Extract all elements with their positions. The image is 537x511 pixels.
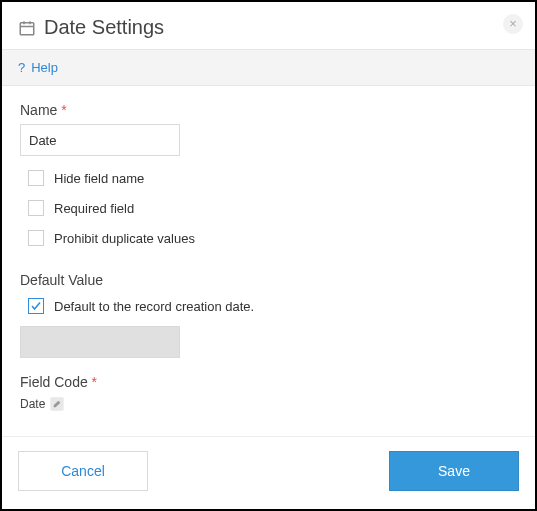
name-input[interactable] bbox=[20, 124, 180, 156]
help-bar: ?Help bbox=[2, 49, 535, 86]
prohibit-duplicate-row: Prohibit duplicate values bbox=[28, 230, 517, 246]
field-code-value-row: Date bbox=[20, 396, 517, 412]
field-code-label: Field Code * bbox=[20, 374, 517, 390]
cancel-button[interactable]: Cancel bbox=[18, 451, 148, 491]
name-label: Name * bbox=[20, 102, 517, 118]
help-label: Help bbox=[31, 60, 58, 75]
required-field-row: Required field bbox=[28, 200, 517, 216]
date-settings-dialog: Date Settings × ?Help Name * Hide field … bbox=[0, 0, 537, 511]
dialog-header: Date Settings × bbox=[2, 2, 535, 49]
default-value-label: Default Value bbox=[20, 272, 517, 288]
help-link[interactable]: ?Help bbox=[18, 60, 58, 75]
calendar-icon bbox=[18, 19, 36, 37]
default-value-input bbox=[20, 326, 180, 358]
default-to-creation-row: Default to the record creation date. bbox=[28, 298, 517, 314]
hide-field-name-checkbox[interactable] bbox=[28, 170, 44, 186]
dialog-footer: Cancel Save bbox=[2, 436, 535, 509]
required-mark: * bbox=[92, 374, 97, 390]
default-to-creation-label: Default to the record creation date. bbox=[54, 299, 254, 314]
close-button[interactable]: × bbox=[503, 14, 523, 34]
field-code-value: Date bbox=[20, 397, 45, 411]
svg-rect-0 bbox=[20, 22, 34, 34]
save-button[interactable]: Save bbox=[389, 451, 519, 491]
pencil-icon[interactable] bbox=[49, 396, 65, 412]
prohibit-duplicate-checkbox[interactable] bbox=[28, 230, 44, 246]
help-icon: ? bbox=[18, 60, 25, 75]
default-to-creation-checkbox[interactable] bbox=[28, 298, 44, 314]
required-mark: * bbox=[61, 102, 66, 118]
dialog-body: Name * Hide field name Required field Pr… bbox=[2, 86, 535, 436]
dialog-title: Date Settings bbox=[44, 16, 164, 39]
required-field-checkbox[interactable] bbox=[28, 200, 44, 216]
prohibit-duplicate-label: Prohibit duplicate values bbox=[54, 231, 195, 246]
required-field-label: Required field bbox=[54, 201, 134, 216]
hide-field-name-row: Hide field name bbox=[28, 170, 517, 186]
hide-field-name-label: Hide field name bbox=[54, 171, 144, 186]
